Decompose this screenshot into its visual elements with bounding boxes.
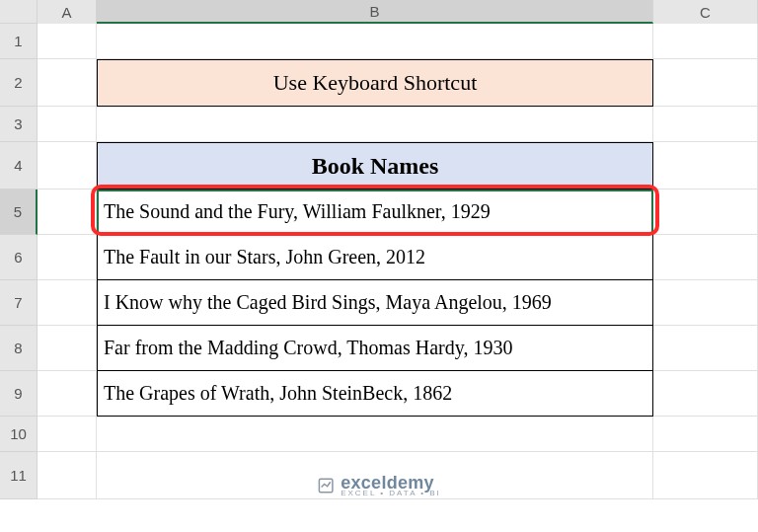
exceldemy-logo-icon: [317, 477, 335, 494]
cell-a6[interactable]: [38, 235, 97, 280]
cell-c2[interactable]: [653, 59, 758, 107]
cell-b7[interactable]: I Know why the Caged Bird Sings, Maya An…: [97, 280, 653, 326]
row-header-6[interactable]: 6: [0, 235, 38, 280]
cell-a9[interactable]: [38, 371, 97, 417]
cell-b5[interactable]: The Sound and the Fury, William Faulkner…: [97, 190, 653, 235]
watermark: exceldemy EXCEL • DATA • BI: [317, 474, 441, 497]
cell-b3[interactable]: [97, 107, 653, 142]
cell-a10[interactable]: [38, 417, 97, 452]
row-header-5[interactable]: 5: [0, 190, 38, 235]
row-header-3[interactable]: 3: [0, 107, 38, 142]
row-header-8[interactable]: 8: [0, 326, 38, 371]
cell-b1[interactable]: [97, 24, 653, 59]
title-cell[interactable]: Use Keyboard Shortcut: [97, 59, 653, 107]
col-header-c[interactable]: C: [653, 0, 758, 24]
cell-c8[interactable]: [653, 326, 758, 371]
cell-a1[interactable]: [38, 24, 97, 59]
cell-c9[interactable]: [653, 371, 758, 417]
row-header-7[interactable]: 7: [0, 280, 38, 326]
cell-c6[interactable]: [653, 235, 758, 280]
watermark-tagline: EXCEL • DATA • BI: [341, 490, 441, 497]
cell-a8[interactable]: [38, 326, 97, 371]
cell-b10[interactable]: [97, 417, 653, 452]
row-header-9[interactable]: 9: [0, 371, 38, 417]
spreadsheet: A B C 1 2 Use Keyboard Shortcut 3 4 Book…: [0, 0, 758, 532]
cell-c11[interactable]: [653, 452, 758, 499]
cell-a7[interactable]: [38, 280, 97, 326]
cell-a5[interactable]: [38, 190, 97, 235]
cell-a11[interactable]: [38, 452, 97, 499]
cell-c7[interactable]: [653, 280, 758, 326]
cell-c5[interactable]: [653, 190, 758, 235]
row-header-2[interactable]: 2: [0, 59, 38, 107]
row-header-11[interactable]: 11: [0, 452, 38, 499]
cell-c3[interactable]: [653, 107, 758, 142]
cell-b8[interactable]: Far from the Madding Crowd, Thomas Hardy…: [97, 326, 653, 371]
cell-a3[interactable]: [38, 107, 97, 142]
row-header-1[interactable]: 1: [0, 24, 38, 59]
col-header-b[interactable]: B: [97, 0, 653, 24]
cell-b9[interactable]: The Grapes of Wrath, John SteinBeck, 186…: [97, 371, 653, 417]
col-header-a[interactable]: A: [38, 0, 97, 24]
cell-a2[interactable]: [38, 59, 97, 107]
cell-c10[interactable]: [653, 417, 758, 452]
cell-b6[interactable]: The Fault in our Stars, John Green, 2012: [97, 235, 653, 280]
cell-c4[interactable]: [653, 142, 758, 190]
row-header-4[interactable]: 4: [0, 142, 38, 190]
column-header-row: A B C: [0, 0, 758, 24]
row-header-10[interactable]: 10: [0, 417, 38, 452]
table-header-cell[interactable]: Book Names: [97, 142, 653, 190]
select-all-corner[interactable]: [0, 0, 38, 24]
cell-c1[interactable]: [653, 24, 758, 59]
cell-a4[interactable]: [38, 142, 97, 190]
